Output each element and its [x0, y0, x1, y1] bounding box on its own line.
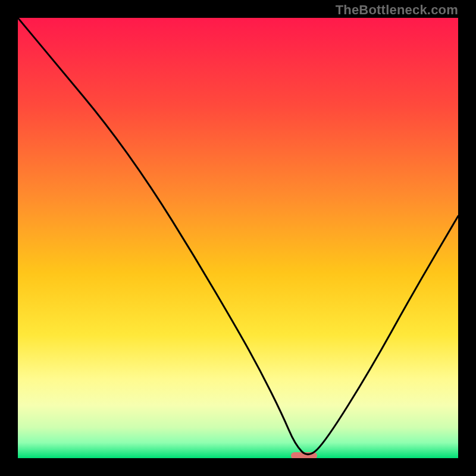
chart-frame: TheBottleneck.com [0, 0, 476, 476]
plot-area [18, 18, 458, 458]
watermark-text: TheBottleneck.com [336, 2, 458, 18]
bottleneck-curve [18, 18, 458, 458]
